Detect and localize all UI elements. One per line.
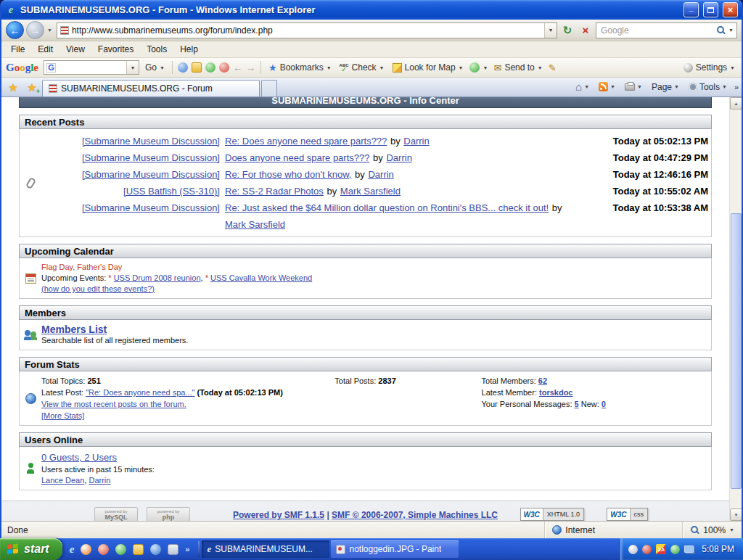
post-author-link[interactable]: Mark Sarsfield <box>340 186 401 197</box>
new-tab-stub[interactable] <box>261 80 277 96</box>
scroll-up-button[interactable]: ▲ <box>730 97 742 110</box>
users-online-link[interactable]: 0 Guests, 2 Users <box>41 452 117 463</box>
total-members-link[interactable]: 62 <box>538 376 547 385</box>
post-title-link[interactable]: Re: SS-2 Radar Photos <box>225 186 324 197</box>
history-dropdown-icon[interactable]: ▼ <box>47 28 52 33</box>
autofill-dropdown-icon[interactable]: ▼ <box>483 65 488 70</box>
post-author-link[interactable]: Darrin <box>403 136 429 147</box>
board-link[interactable]: [USS Batfish (SS-310)] <box>123 186 220 197</box>
pagerank-icon[interactable] <box>178 62 188 73</box>
quick-launch-icon[interactable] <box>168 544 178 555</box>
w3c-xhtml-badge[interactable]: W3CXHTML 1.0 <box>520 508 584 521</box>
more-stats-link[interactable]: [More Stats] <box>41 411 84 420</box>
url-dropdown-icon[interactable]: ▼ <box>544 23 557 38</box>
notes-icon[interactable] <box>192 62 202 73</box>
tray-icon[interactable] <box>628 545 638 554</box>
quick-launch-icon[interactable] <box>98 544 109 555</box>
refresh-button[interactable]: ↻ <box>559 22 575 38</box>
post-author-link[interactable]: Darrin <box>368 169 393 180</box>
post-author-link[interactable]: Mark Sarsfield <box>225 219 285 230</box>
menu-favorites[interactable]: Favorites <box>91 42 140 57</box>
menu-edit[interactable]: Edit <box>31 42 59 57</box>
url-field[interactable]: ▼ <box>57 22 557 38</box>
tab-forum[interactable]: SUBMARINEMUSEUMS.ORG - Forum <box>42 80 260 96</box>
add-favorite-button[interactable]: ★+ <box>23 80 41 96</box>
network-icon[interactable] <box>684 545 694 553</box>
tray-icon[interactable] <box>670 545 680 554</box>
search-input[interactable] <box>601 25 713 36</box>
search-box[interactable]: ▼ <box>596 22 737 38</box>
event-link[interactable]: USS Cavalla Work Weekend <box>210 273 312 282</box>
quick-launch-icon[interactable] <box>133 544 144 555</box>
maximize-button[interactable] <box>703 2 718 17</box>
home-button[interactable]: ⌂▼ <box>573 81 591 93</box>
autofill-icon[interactable] <box>469 62 480 73</box>
menu-file[interactable]: File <box>4 42 31 57</box>
board-link[interactable]: [Submarine Museum Discussion] <box>82 136 220 147</box>
menu-tools[interactable]: Tools <box>140 42 173 57</box>
forward-button[interactable]: → <box>26 21 44 39</box>
chevron-right-icon[interactable]: » <box>734 83 739 91</box>
word-find-forward-icon[interactable]: → <box>246 62 255 73</box>
post-author-link[interactable]: Darrin <box>386 152 411 163</box>
pm-count-link[interactable]: 5 <box>575 400 579 408</box>
menu-view[interactable]: View <box>59 42 91 57</box>
pm-new-link[interactable]: 0 <box>602 400 606 408</box>
board-link[interactable]: [Submarine Museum Discussion] <box>82 169 220 180</box>
quick-launch-icon[interactable] <box>115 544 126 555</box>
highlight-icon[interactable] <box>205 62 215 73</box>
board-link[interactable]: [Submarine Museum Discussion] <box>82 202 220 213</box>
word-find-back-icon[interactable]: ← <box>233 62 242 73</box>
back-button[interactable]: ← <box>6 21 24 39</box>
minimize-button[interactable]: _ <box>684 2 699 17</box>
online-user-link[interactable]: Lance Dean <box>41 476 84 485</box>
spellcheck-button[interactable]: ABC✓Check▼ <box>337 61 387 74</box>
taskbar-task-ie[interactable]: e SUBMARINEMUSEUM... <box>202 540 329 558</box>
members-list-link[interactable]: Members List <box>41 324 107 335</box>
favorites-center-button[interactable]: ★ <box>4 80 22 96</box>
ie-quicklaunch-icon[interactable]: e <box>70 544 75 555</box>
powered-by-smf-link[interactable]: Powered by SMF 1.1.5 <box>233 510 324 520</box>
post-title-link[interactable]: Re: Just asked the $64 Million dollar qu… <box>225 202 549 213</box>
google-go-button[interactable]: Go▼ <box>143 61 167 74</box>
scroll-down-button[interactable]: ▼ <box>730 508 742 521</box>
scrollbar-thumb[interactable] <box>731 213 742 489</box>
latest-post-link[interactable]: "Re: Does anyone need spa..." <box>86 388 194 397</box>
quick-launch-icon[interactable] <box>81 544 91 555</box>
board-link[interactable]: [Submarine Museum Discussion] <box>82 152 220 163</box>
page-menu[interactable]: Page▼ <box>649 81 681 94</box>
online-user-link[interactable]: Darrin <box>89 476 110 485</box>
close-button[interactable]: × <box>723 2 738 17</box>
zoom-control[interactable]: 100% ▼ <box>682 522 742 538</box>
w3c-css-badge[interactable]: W3Ccss <box>607 508 648 521</box>
send-to-button[interactable]: ✉Send to▼ <box>491 61 544 75</box>
stop-button[interactable]: × <box>578 22 594 38</box>
smf-copyright-link[interactable]: SMF © 2006-2007, Simple Machines LLC <box>332 510 498 520</box>
view-recent-posts-link[interactable]: View the most recent posts on the forum. <box>41 400 186 408</box>
popup-blocker-icon[interactable] <box>219 62 229 73</box>
taskbar-task-paint[interactable]: notloggedin.JPG - Paint <box>331 540 459 558</box>
event-link[interactable]: USS Drum 2008 reunion <box>114 273 201 282</box>
edit-events-link[interactable]: (how do you edit these events?) <box>41 284 155 293</box>
tray-icon[interactable] <box>642 545 652 554</box>
print-button[interactable]: ▼ <box>623 82 644 92</box>
menu-help[interactable]: Help <box>173 42 205 57</box>
google-search-dropdown-icon[interactable]: ▼ <box>126 61 139 74</box>
quick-launch-chevron-icon[interactable]: » <box>185 545 189 553</box>
zoom-dropdown-icon[interactable]: ▼ <box>729 527 734 532</box>
settings-button[interactable]: Settings▼ <box>681 61 737 74</box>
start-button[interactable]: start <box>0 538 62 560</box>
vertical-scrollbar[interactable]: ▲ ▼ <box>729 97 742 521</box>
feeds-button[interactable]: ▼ <box>596 81 617 93</box>
pencil-icon[interactable]: ✎ <box>549 62 557 73</box>
search-icon[interactable] <box>716 25 726 35</box>
zonealarm-icon[interactable]: ZA <box>656 544 666 554</box>
post-title-link[interactable]: Re: Does anyone need spare parts??? <box>225 136 387 147</box>
search-dropdown-icon[interactable]: ▼ <box>728 28 734 33</box>
post-title-link[interactable]: Does anyone need spare parts??? <box>225 152 369 163</box>
url-input[interactable] <box>72 25 541 36</box>
post-title-link[interactable]: Re: For those who don't know, <box>225 169 351 180</box>
quick-launch-icon[interactable] <box>150 544 161 555</box>
look-for-map-button[interactable]: Look for Map▼ <box>390 61 466 74</box>
google-search-input[interactable]: G ▼ <box>44 60 139 75</box>
